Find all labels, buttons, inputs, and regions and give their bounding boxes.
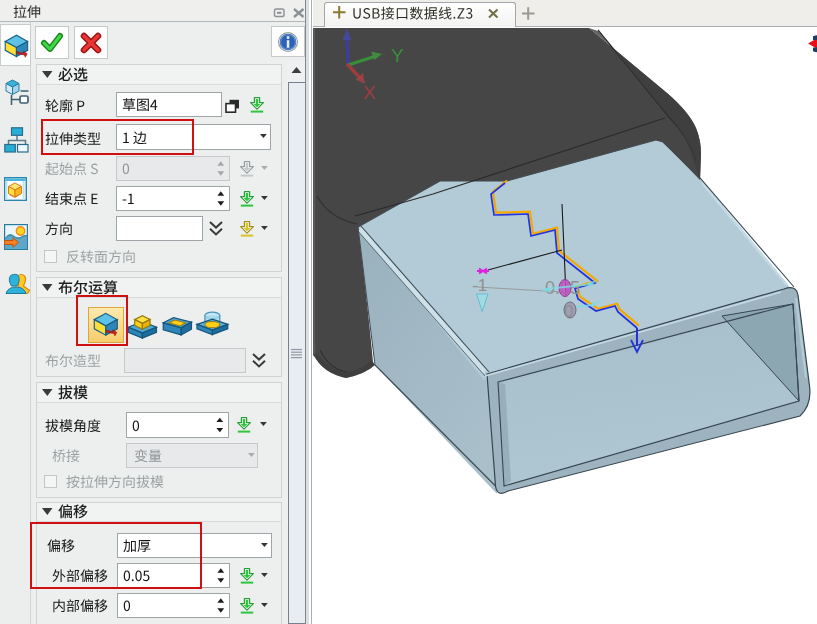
svg-text:X: X bbox=[363, 82, 376, 103]
svg-text:0: 0 bbox=[564, 302, 573, 321]
svg-text:Y: Y bbox=[391, 45, 404, 66]
svg-text:-1: -1 bbox=[472, 276, 487, 295]
